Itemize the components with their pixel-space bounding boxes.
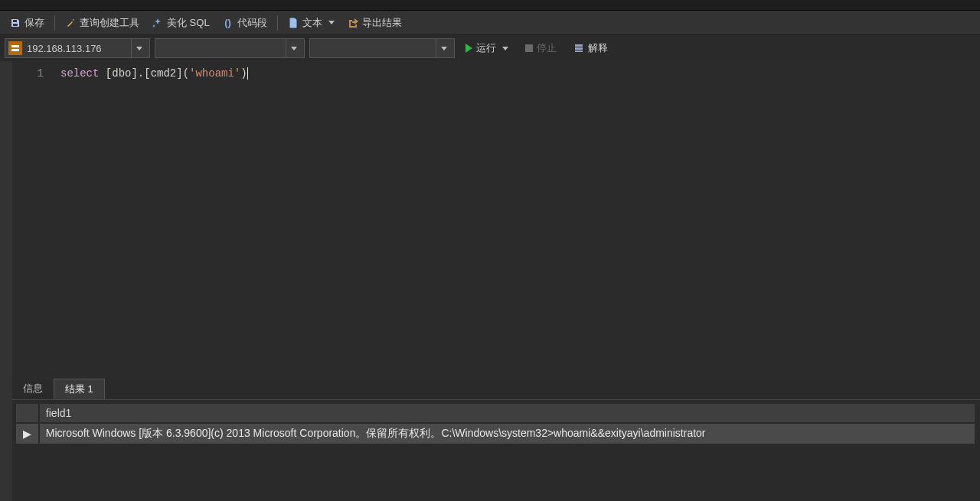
- document-icon: [288, 18, 299, 28]
- token-lparen: (: [183, 67, 189, 80]
- stop-button: 停止: [519, 38, 563, 58]
- token-identifier: [dbo].[cmd2]: [106, 67, 183, 80]
- left-strip: [0, 61, 12, 501]
- wand-icon: [65, 18, 76, 28]
- tab-result-1[interactable]: 结果 1: [54, 379, 105, 399]
- snippet-button[interactable]: () 代码段: [217, 13, 273, 33]
- stop-label: 停止: [537, 41, 557, 55]
- toolbar-separator: [277, 15, 278, 31]
- text-cursor: [247, 67, 248, 80]
- token-rparen: ): [240, 67, 247, 80]
- explain-button[interactable]: 解释: [567, 38, 614, 58]
- chevron-down-icon: [136, 47, 142, 50]
- row-indicator: ▶: [15, 423, 39, 444]
- snippet-label: 代码段: [237, 16, 267, 30]
- save-icon: [10, 18, 21, 28]
- code-area[interactable]: select [dbo].[cmd2]('whoami'): [54, 61, 980, 379]
- parentheses-icon: (): [223, 18, 234, 28]
- result-tabs: 信息 结果 1: [12, 379, 980, 400]
- connection-bar: 192.168.113.176 运行 停止 解释: [0, 35, 980, 61]
- beautify-sql-button[interactable]: 美化 SQL: [147, 13, 215, 33]
- connection-select[interactable]: 192.168.113.176: [5, 38, 150, 58]
- grid-header-row: field1: [15, 403, 975, 423]
- run-button[interactable]: 运行: [459, 38, 514, 58]
- toolbar-separator: [54, 15, 55, 31]
- query-builder-button[interactable]: 查询创建工具: [60, 13, 145, 33]
- connection-host: 192.168.113.176: [27, 43, 102, 54]
- table-row[interactable]: ▶ Microsoft Windows [版本 6.3.9600](c) 201…: [15, 423, 975, 444]
- beautify-label: 美化 SQL: [167, 16, 210, 30]
- token-string: 'whoami': [189, 67, 240, 80]
- play-icon: [466, 44, 472, 53]
- sql-editor[interactable]: 1 select [dbo].[cmd2]('whoami'): [12, 61, 980, 379]
- save-button[interactable]: 保存: [5, 13, 50, 33]
- token-space: [99, 67, 105, 80]
- database-select[interactable]: [155, 38, 305, 58]
- cell-field1[interactable]: Microsoft Windows [版本 6.3.9600](c) 2013 …: [39, 423, 975, 444]
- main-toolbar: 保存 查询创建工具 美化 SQL () 代码段 文本 导出结果: [0, 11, 980, 35]
- line-gutter: 1: [12, 61, 54, 379]
- tab-info[interactable]: 信息: [12, 379, 54, 399]
- stop-icon: [525, 44, 533, 52]
- window-tab-strip: [0, 0, 980, 11]
- row-indicator-header: [15, 403, 39, 423]
- explain-icon: [573, 43, 584, 54]
- schema-select[interactable]: [309, 38, 455, 58]
- token-keyword: select: [60, 67, 99, 80]
- result-grid-wrap: field1 ▶ Microsoft Windows [版本 6.3.9600]…: [12, 400, 980, 501]
- query-builder-label: 查询创建工具: [80, 16, 139, 30]
- sparkle-icon: [152, 18, 163, 28]
- results-pane: 信息 结果 1 field1 ▶ Microsoft Windows [版本 6…: [12, 379, 980, 501]
- export-icon: [348, 18, 358, 28]
- caret-down-icon: [328, 21, 335, 24]
- text-mode-button[interactable]: 文本: [283, 13, 340, 33]
- text-mode-label: 文本: [302, 16, 322, 30]
- line-number: 1: [12, 65, 44, 82]
- chevron-down-icon: [441, 47, 447, 50]
- chevron-down-icon: [291, 47, 297, 50]
- export-result-button[interactable]: 导出结果: [342, 13, 407, 33]
- server-icon: [8, 41, 22, 55]
- result-grid: field1 ▶ Microsoft Windows [版本 6.3.9600]…: [15, 403, 975, 444]
- save-label: 保存: [24, 16, 44, 30]
- explain-label: 解释: [588, 41, 608, 55]
- caret-down-icon: [502, 47, 508, 50]
- run-label: 运行: [476, 41, 496, 55]
- export-label: 导出结果: [362, 16, 402, 30]
- column-header-field1[interactable]: field1: [39, 403, 975, 423]
